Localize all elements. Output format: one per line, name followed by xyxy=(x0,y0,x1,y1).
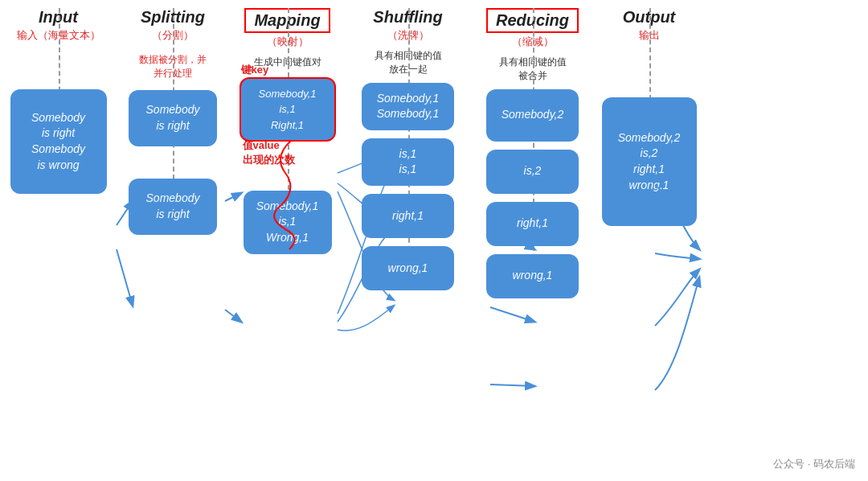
watermark: 公众号 · 码农后端 xyxy=(773,457,855,471)
mapping-box2: Somebody,1 is,1 Wrong,1 xyxy=(244,191,332,254)
output-box: Somebody,2 is,2 right,1 wrong,1 xyxy=(602,97,697,226)
splitting-box2: Somebody is right xyxy=(129,179,217,235)
input-box: Somebody is right Somebody is wrong xyxy=(10,89,107,194)
shuffling-box3: right,1 xyxy=(362,194,454,238)
col-output: Output 输出 Somebody,2 is,2 right,1 wrong,… xyxy=(595,8,703,226)
reducing-box4: wrong,1 xyxy=(486,254,579,298)
col-shuffling: Shuffling （洗牌） 具有相同键的值 放在一起 Somebody,1 S… xyxy=(346,8,470,290)
col-reducing: Reducing （缩减） 具有相同键的值 被合并 Somebody,2 is,… xyxy=(470,8,595,298)
col-mapping: Mapping （映射） 生成中间键值对 键key Somebody,1 is,… xyxy=(229,8,346,254)
svg-line-3 xyxy=(225,310,241,322)
mapping-box1: Somebody,1 is,1 Right,1 xyxy=(240,77,336,142)
mapping-key-label: 键key xyxy=(241,63,269,77)
mapping-val-label: 值value 出现的次数 xyxy=(243,138,295,167)
reducing-box3: right,1 xyxy=(486,202,579,246)
svg-line-1 xyxy=(117,249,133,306)
reducing-box2: is,2 xyxy=(486,150,579,194)
shuffling-box1: Somebody,1 Somebody,1 xyxy=(362,83,454,130)
col-splitting: Splitting （分割） 数据被分割，并 并行处理 Somebody is … xyxy=(117,8,229,235)
col-input: Input 输入（海量文本） Somebody is right Somebod… xyxy=(0,8,117,194)
shuffling-box2: is,1 is,1 xyxy=(362,138,454,186)
splitting-box1: Somebody is right xyxy=(129,90,217,146)
svg-line-6 xyxy=(490,307,534,322)
shuffling-box4: wrong,1 xyxy=(362,246,454,290)
diagram: Input 输入（海量文本） Somebody is right Somebod… xyxy=(0,0,868,481)
reducing-box1: Somebody,2 xyxy=(486,89,579,142)
svg-line-7 xyxy=(490,384,534,386)
